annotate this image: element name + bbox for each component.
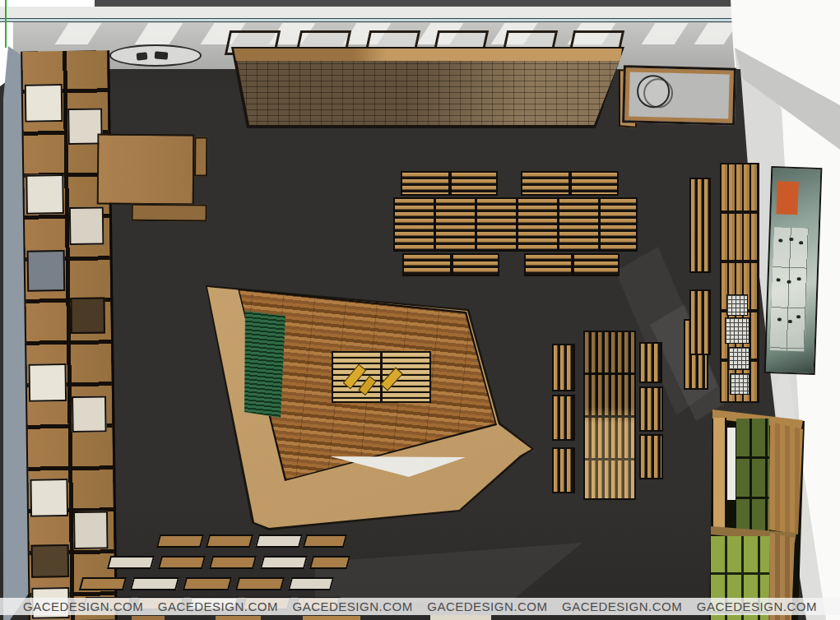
bench-vert bbox=[639, 434, 663, 479]
shelf-cell-white bbox=[30, 479, 68, 517]
shelf-cell-white bbox=[25, 84, 63, 123]
poster-image-thumb bbox=[789, 238, 793, 241]
display-table bbox=[79, 577, 127, 590]
poster-image-thumb bbox=[778, 238, 782, 242]
top-edge-bar bbox=[95, 0, 840, 7]
wall-slat-shelf bbox=[720, 163, 759, 403]
poster-image-thumb bbox=[797, 277, 801, 280]
bottom-strip-fragment bbox=[132, 616, 165, 620]
poster-image-thumb bbox=[787, 280, 791, 284]
shelf-cell-gray bbox=[27, 250, 66, 292]
shelf-cell-dark bbox=[70, 297, 105, 334]
display-table bbox=[235, 577, 285, 590]
bench-vert bbox=[639, 386, 663, 432]
poster-image-thumb bbox=[796, 315, 801, 318]
fixture-glyph bbox=[137, 52, 148, 60]
service-counter bbox=[622, 65, 736, 126]
shelf-basket bbox=[730, 373, 750, 395]
green-shelf-white-gap bbox=[727, 428, 736, 500]
bottom-strip-fragment bbox=[303, 616, 360, 620]
bench-bottom-left bbox=[402, 253, 499, 276]
bench-top-right bbox=[521, 171, 619, 196]
shelf-cell-white bbox=[72, 396, 107, 433]
desk-return bbox=[132, 204, 207, 222]
display-table bbox=[206, 534, 253, 548]
wall-top-white-band bbox=[0, 7, 840, 18]
watermark-text: GACEDESIGN.COM bbox=[23, 599, 143, 613]
poster-image-thumb bbox=[777, 317, 782, 321]
bottom-strip-fragment bbox=[430, 615, 491, 620]
shelf-basket bbox=[726, 294, 748, 316]
wall-bench-vert bbox=[689, 178, 711, 273]
poster-image-thumb bbox=[788, 320, 792, 323]
bench-vert bbox=[552, 344, 575, 391]
display-table bbox=[158, 556, 206, 569]
interior-render: GACEDESIGN.COM GACEDESIGN.COM GACEDESIGN… bbox=[0, 0, 840, 620]
display-table bbox=[260, 556, 308, 569]
display-table bbox=[209, 556, 257, 569]
display-table bbox=[130, 577, 179, 590]
display-table bbox=[288, 577, 334, 590]
display-table bbox=[156, 534, 204, 548]
bench-vert bbox=[639, 342, 662, 383]
display-table bbox=[183, 577, 232, 590]
bench-bottom-right bbox=[524, 253, 620, 276]
shelf-cell-dark bbox=[31, 544, 70, 578]
bottom-strip-fragment bbox=[216, 616, 261, 620]
fixture-glyph bbox=[155, 51, 169, 59]
watermark-text: GACEDESIGN.COM bbox=[697, 599, 817, 613]
poster-image-thumb bbox=[799, 241, 803, 244]
long-table-vert bbox=[583, 331, 636, 500]
watermark-text: GACEDESIGN.COM bbox=[562, 599, 682, 613]
poster-image-thumb bbox=[777, 278, 781, 281]
reading-desk bbox=[85, 131, 211, 224]
desk-side-panel bbox=[194, 136, 207, 176]
oval-ceiling-fixture bbox=[109, 44, 202, 67]
watermark-text: GACEDESIGN.COM bbox=[293, 599, 413, 613]
shelf-cell-white bbox=[73, 511, 109, 549]
long-table-top bbox=[393, 197, 638, 252]
shelf-cell-white bbox=[26, 174, 64, 215]
bench-vert bbox=[552, 395, 575, 441]
shelf-basket bbox=[728, 347, 750, 370]
wall-bench-vert bbox=[689, 289, 711, 355]
display-table bbox=[309, 556, 350, 569]
desk-top-main bbox=[97, 133, 195, 205]
display-table bbox=[255, 534, 303, 548]
shelf-basket bbox=[725, 317, 750, 344]
bench-vert bbox=[552, 447, 575, 493]
display-table bbox=[107, 556, 155, 569]
watermark-text: GACEDESIGN.COM bbox=[427, 599, 547, 613]
bench-top-left bbox=[401, 171, 498, 196]
poster-logo-orange bbox=[776, 181, 798, 215]
wall-poster bbox=[764, 166, 823, 375]
display-table bbox=[303, 534, 347, 548]
green-shelf-cells-top bbox=[736, 419, 769, 535]
watermark-bar: GACEDESIGN.COM GACEDESIGN.COM GACEDESIGN… bbox=[0, 598, 840, 615]
axis-line-green bbox=[5, 0, 7, 48]
shelf-cell-white bbox=[28, 363, 67, 402]
counter-circle-ring bbox=[643, 78, 674, 109]
watermark-text: GACEDESIGN.COM bbox=[158, 599, 278, 613]
green-shelf-tan-strip bbox=[713, 418, 726, 533]
poster-grid-images bbox=[770, 227, 809, 351]
